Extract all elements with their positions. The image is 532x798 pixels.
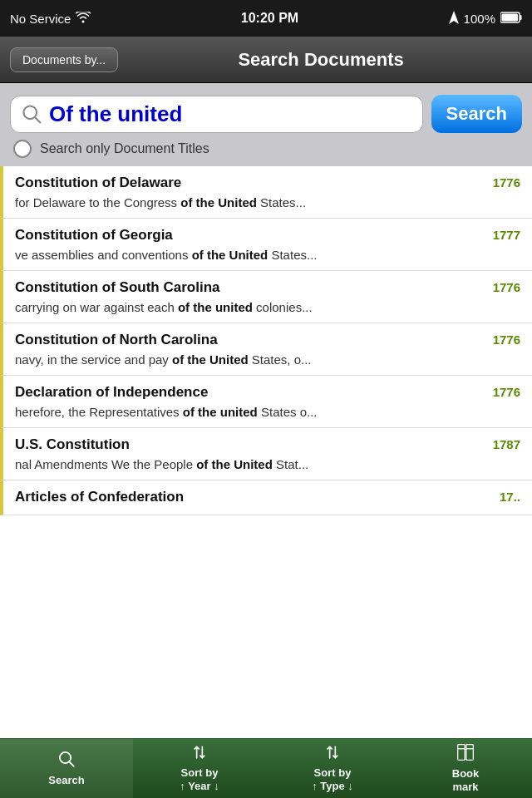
result-title: U.S. Constitution bbox=[15, 436, 130, 453]
result-item[interactable]: Constitution of Delaware1776for Delaware… bbox=[0, 166, 532, 219]
svg-rect-2 bbox=[520, 15, 521, 20]
result-item[interactable]: U.S. Constitution1787nal Amendments We t… bbox=[0, 428, 532, 480]
result-snippet: navy, in the service and pay of the Unit… bbox=[15, 351, 520, 368]
search-button[interactable]: Search bbox=[431, 95, 522, 133]
battery-label: 100% bbox=[464, 12, 495, 26]
result-title: Constitution of Delaware bbox=[15, 175, 181, 191]
result-title: Constitution of South Carolina bbox=[15, 279, 219, 296]
result-title: Declaration of Independence bbox=[15, 384, 208, 401]
status-bar: No Service 10:20 PM 100% bbox=[0, 0, 532, 37]
tab-bookmark-label: Bookmark bbox=[452, 767, 480, 793]
result-year: 1787 bbox=[493, 437, 520, 451]
result-snippet: herefore, the Representatives of the uni… bbox=[15, 403, 520, 421]
nav-bar: Documents by... Search Documents bbox=[0, 37, 532, 83]
tab-sort-year[interactable]: Sort by↑ Year ↓ bbox=[133, 739, 266, 798]
result-item[interactable]: Constitution of South Carolina1776carryi… bbox=[0, 271, 532, 323]
tab-bar: Search Sort by↑ Year ↓ Sort by↑ Type ↓ bbox=[0, 738, 532, 798]
filter-label: Search only Document Titles bbox=[40, 141, 209, 156]
result-year: 1776 bbox=[493, 280, 520, 294]
result-snippet: ve assemblies and conventions of the Uni… bbox=[15, 246, 520, 264]
result-item[interactable]: Declaration of Independence1776herefore,… bbox=[0, 376, 532, 428]
svg-rect-8 bbox=[458, 745, 465, 761]
sort-year-icon bbox=[191, 744, 208, 763]
carrier-label: No Service bbox=[10, 12, 71, 26]
location-icon bbox=[449, 11, 459, 27]
svg-marker-0 bbox=[449, 11, 459, 24]
results-list: Constitution of Delaware1776for Delaware… bbox=[0, 166, 532, 753]
result-item[interactable]: Constitution of Georgia1777ve assemblies… bbox=[0, 219, 532, 271]
result-year: 1776 bbox=[493, 385, 520, 399]
tab-bookmark[interactable]: Bookmark bbox=[399, 739, 532, 798]
filter-radio[interactable] bbox=[13, 140, 32, 158]
search-area: Search Search only Document Titles bbox=[0, 83, 532, 166]
back-button[interactable]: Documents by... bbox=[10, 47, 118, 72]
svg-rect-3 bbox=[501, 13, 518, 21]
result-item[interactable]: Constitution of North Carolina1776navy, … bbox=[0, 323, 532, 376]
wifi-icon bbox=[76, 12, 91, 26]
svg-rect-9 bbox=[466, 745, 473, 761]
search-tab-icon bbox=[57, 750, 76, 771]
search-input[interactable] bbox=[49, 101, 412, 127]
tab-sort-type[interactable]: Sort by↑ Type ↓ bbox=[266, 739, 399, 798]
result-year: 1776 bbox=[493, 175, 520, 190]
svg-line-5 bbox=[35, 117, 41, 123]
search-row: Search bbox=[10, 95, 522, 133]
status-left: No Service bbox=[10, 12, 91, 26]
status-time: 10:20 PM bbox=[241, 11, 298, 26]
result-item[interactable]: Articles of Confederation17.. bbox=[0, 480, 532, 515]
nav-title: Search Documents bbox=[128, 49, 522, 71]
filter-row: Search only Document Titles bbox=[10, 140, 522, 158]
sort-type-icon bbox=[324, 744, 341, 763]
search-input-wrap bbox=[10, 96, 423, 133]
result-year: 1777 bbox=[493, 228, 520, 242]
battery-icon bbox=[500, 12, 522, 26]
svg-line-7 bbox=[69, 762, 74, 767]
tab-sort-type-label: Sort by↑ Type ↓ bbox=[312, 766, 353, 792]
tab-search-label: Search bbox=[48, 774, 84, 787]
result-snippet: for Delaware to the Congress of the Unit… bbox=[15, 194, 520, 211]
result-year: 17.. bbox=[500, 490, 520, 504]
result-title: Articles of Confederation bbox=[15, 489, 184, 505]
tab-sort-year-label: Sort by↑ Year ↓ bbox=[180, 766, 219, 792]
status-right: 100% bbox=[449, 11, 522, 27]
tab-search[interactable]: Search bbox=[0, 739, 133, 798]
result-snippet: carrying on war against each of the unit… bbox=[15, 298, 520, 316]
result-year: 1776 bbox=[493, 332, 520, 347]
result-snippet: nal Amendments We the People of the Unit… bbox=[15, 456, 520, 473]
search-icon bbox=[21, 103, 42, 125]
result-title: Constitution of North Carolina bbox=[15, 332, 218, 348]
result-title: Constitution of Georgia bbox=[15, 227, 173, 244]
bookmark-icon bbox=[456, 743, 475, 764]
